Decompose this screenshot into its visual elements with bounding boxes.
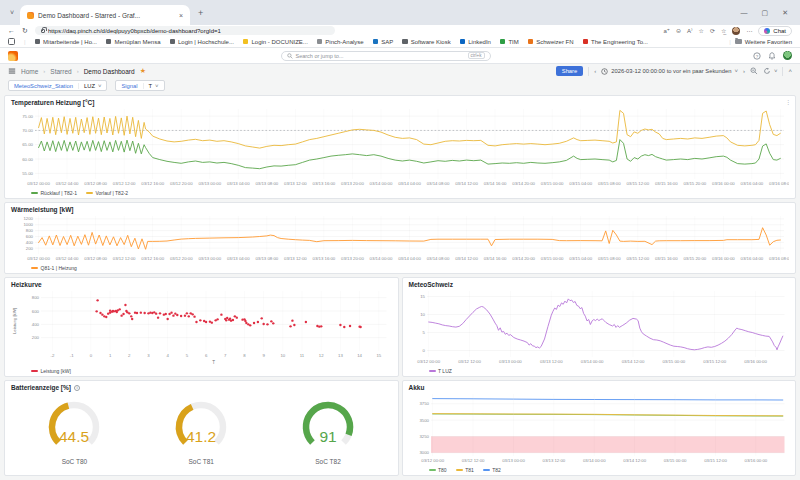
akku-chart[interactable]: 03/12 00:0003/12 12:0003/13 00:0003/13 1… [409, 391, 790, 465]
browser-profile-avatar[interactable] [732, 27, 740, 35]
dashboard-star-icon[interactable]: ★ [140, 67, 146, 75]
bookmark-item[interactable]: Mitarbeitende | Ho... [35, 39, 97, 45]
panel-title[interactable]: Heizkurve [11, 281, 392, 288]
grafana-logo-icon[interactable] [8, 51, 18, 61]
temperaturen-chart[interactable]: 03/12 00:0003/12 04:0003/12 08:0003/12 1… [11, 106, 789, 188]
temperaturen-legend[interactable]: Rücklauf | T82-1Vorlauf | T82-2 [11, 188, 789, 196]
svg-text:03/16 08:00: 03/16 08:00 [769, 256, 789, 261]
variable-meteoschweiz-station[interactable]: MeteoSchweiz_Station LUZ˅ [8, 80, 107, 91]
svg-text:03/12 16:00: 03/12 16:00 [141, 256, 164, 261]
heizkurve-legend[interactable]: Leistung [kW] [11, 366, 392, 374]
info-icon[interactable]: i [74, 385, 80, 391]
legend-item[interactable]: T81 [456, 467, 474, 473]
window-close-button[interactable]: ✕ [782, 9, 788, 17]
legend-item[interactable]: T80 [429, 467, 447, 473]
favorites-list-icon[interactable]: ☆̲ [721, 27, 726, 34]
more-favorites-button[interactable]: Weitere Favoriten [735, 39, 792, 45]
breadcrumb-starred[interactable]: Starred [50, 68, 71, 75]
bookmark-item[interactable]: Login - DOCUNIZE... [243, 39, 308, 45]
svg-text:600: 600 [32, 309, 40, 314]
panel-title[interactable]: Temperaturen Heizung [°C] [11, 99, 789, 106]
tab-close-icon[interactable]: × [179, 12, 183, 19]
settings-menu-icon[interactable]: ⋯ [746, 27, 752, 34]
bookmark-label: Menüplan Mensa [114, 39, 160, 45]
bookmark-favicon-icon [460, 39, 466, 45]
waermeleistung-chart[interactable]: 03/12 00:0003/12 04:0003/12 08:0003/12 1… [11, 213, 789, 263]
notifications-bell-icon[interactable] [768, 52, 776, 60]
refresh-sync-icon[interactable]: ⟳ [710, 27, 715, 34]
bookmark-item[interactable]: Pinch-Analyse [317, 39, 364, 45]
url-field[interactable]: https://daq.pinch.ch/d/deqlpuyy0bpxcb/de… [35, 26, 335, 35]
variable-value: LUZ [84, 83, 95, 89]
grafana-user-avatar[interactable] [783, 51, 792, 60]
collections-icon[interactable] [8, 38, 15, 45]
akku-legend[interactable]: T80T81T82 [409, 465, 790, 473]
waermeleistung-legend[interactable]: Q81-1 | Heizung [11, 263, 789, 271]
bookmark-item[interactable]: The Engineering To... [583, 39, 648, 45]
breadcrumb-current[interactable]: Demo Dashboard [84, 68, 135, 75]
bookmark-item[interactable]: SAP [373, 39, 394, 45]
panel-title[interactable]: Batterieanzeige [%] i [11, 384, 392, 391]
panel-menu-icon[interactable]: ⋮ [785, 98, 791, 105]
svg-text:03/13 20:00: 03/13 20:00 [341, 256, 364, 261]
time-range-picker[interactable]: 2026-03-12 00:00:00 to vor ein paar Seku… [601, 68, 738, 75]
svg-text:10: 10 [420, 312, 425, 317]
heizkurve-chart[interactable]: -2-10123456789101112131415200400600800Le… [11, 288, 392, 366]
back-icon[interactable]: ← [8, 27, 15, 34]
panel-title[interactable]: Akku [409, 384, 790, 391]
soc-gauge[interactable]: 44.5SoC T80 [26, 400, 122, 465]
favorite-star-icon[interactable]: ☆ [699, 27, 704, 34]
soc-gauge[interactable]: 41.2SoC T81 [153, 400, 249, 465]
time-shift-right-icon[interactable]: › [743, 68, 745, 74]
legend-series-marker [31, 267, 38, 269]
bookmark-item[interactable]: LinkedIn [460, 39, 491, 45]
legend-item[interactable]: Q81-1 | Heizung [31, 265, 77, 271]
svg-text:800: 800 [26, 228, 34, 233]
panel-title[interactable]: MeteoSchweiz [409, 281, 790, 288]
legend-item[interactable]: T LUZ [429, 368, 452, 374]
soc-gauge[interactable]: 91SoC T82 [280, 400, 376, 465]
refresh-dashboard-button[interactable]: ˅ [763, 67, 778, 75]
chat-button[interactable]: Chat [758, 26, 792, 36]
new-tab-button[interactable]: + [190, 8, 211, 18]
tab-search-chevron-icon[interactable]: ˅ [4, 9, 20, 16]
legend-item[interactable]: Leistung [kW] [31, 368, 71, 374]
bookmark-item[interactable]: TIM [500, 39, 519, 45]
zoom-out-icon[interactable]: ⊝ [676, 27, 681, 34]
legend-item[interactable]: Rücklauf | T82-1 [31, 190, 77, 196]
time-shift-left-icon[interactable]: ‹ [594, 68, 596, 74]
read-aloud-icon[interactable]: A⁾ [687, 27, 692, 34]
search-input[interactable]: Search or jump to... ctrl+k [281, 51, 491, 61]
legend-item[interactable]: T82 [483, 467, 501, 473]
reload-icon[interactable]: ↻ [22, 27, 28, 35]
variable-signal[interactable]: Signal T˅ [115, 80, 164, 91]
bookmark-item[interactable]: Schweizer FN [528, 39, 574, 45]
hamburger-menu-icon[interactable] [8, 67, 16, 75]
bookmark-favicon-icon [500, 39, 506, 45]
refresh-interval-chevron-icon[interactable]: ˅ [774, 68, 778, 74]
collapse-toolbar-icon[interactable]: ˄ [788, 68, 792, 74]
browser-tab[interactable]: Demo Dashboard - Starred - Graf... × [20, 5, 190, 25]
svg-text:15: 15 [376, 353, 381, 358]
meteoschweiz-legend[interactable]: T LUZ [409, 366, 790, 374]
bookmark-item[interactable]: Software Kiosk [402, 39, 451, 45]
bookmark-item[interactable]: Menüplan Mensa [106, 39, 161, 45]
bookmark-item[interactable]: Login | Hochschule... [170, 39, 234, 45]
legend-item[interactable]: Vorlauf | T82-2 [86, 190, 128, 196]
svg-text:5: 5 [422, 330, 425, 335]
translate-icon[interactable]: a⁺ [663, 27, 670, 34]
window-minimize-button[interactable]: — [741, 9, 748, 17]
help-icon[interactable]: ? [753, 52, 761, 60]
svg-text:55.00: 55.00 [22, 171, 33, 176]
bookmark-favicon-icon [106, 39, 112, 45]
zoom-out-time-icon[interactable] [750, 67, 758, 75]
clock-icon [601, 68, 608, 75]
breadcrumb-home[interactable]: Home [21, 68, 38, 75]
bookmark-favicon-icon [35, 39, 41, 45]
window-maximize-button[interactable]: ▢ [762, 9, 769, 17]
share-button[interactable]: Share [556, 66, 583, 76]
panel-title[interactable]: Wärmeleistung [kW] [11, 206, 789, 213]
svg-text:0: 0 [90, 353, 93, 358]
meteoschweiz-chart[interactable]: 03/12 00:0003/12 12:0003/13 00:0003/13 1… [409, 288, 790, 366]
svg-text:03/13 20:00: 03/13 20:00 [341, 181, 364, 186]
